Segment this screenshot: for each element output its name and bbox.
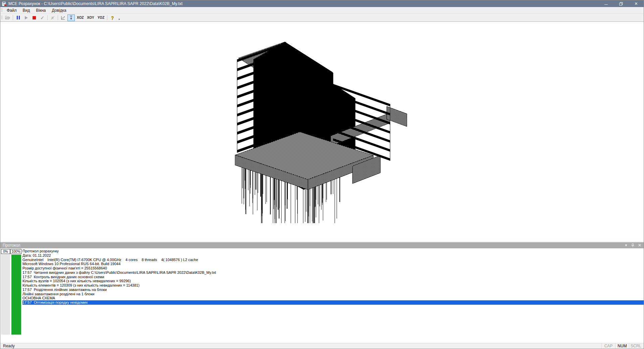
protocol-panel-title: Протокол: [3, 243, 621, 248]
log-line[interactable]: GenuineIntel Intel(R) Core(TM) i7-6700K …: [22, 258, 644, 262]
help-button[interactable]: ?: [109, 14, 116, 21]
model-viewport[interactable]: [0, 22, 644, 241]
log-line[interactable]: Дата: 01.11.2022: [22, 253, 644, 258]
statuskey-num: NUM: [615, 343, 629, 349]
protocol-body: 0% 100% Протокол розрахункуДата: 01.11.2…: [0, 248, 644, 343]
close-icon: ✕: [638, 243, 641, 248]
remove-results-button[interactable]: R: [49, 14, 56, 21]
separator: [107, 15, 107, 20]
panel-menu-button[interactable]: ▼: [625, 244, 628, 247]
protocol-panel: Протокол ▼ ✕ 0% 100%: [0, 241, 644, 343]
log-line[interactable]: ОСНОВНА СХЕМА: [22, 296, 644, 300]
panel-pin-button[interactable]: [631, 244, 634, 247]
play-button[interactable]: [22, 14, 30, 21]
status-message: Ready: [0, 344, 601, 348]
pause-icon: [17, 16, 20, 19]
log-line[interactable]: 17:57 Оптимізація порядку невідомих: [22, 300, 644, 305]
log-line[interactable]: Протокол розрахунку: [22, 249, 644, 253]
statusbar: Ready CAPNUMSCRL: [0, 343, 644, 349]
statuskey-scrl: SCRL: [629, 343, 643, 349]
play-icon: [25, 16, 28, 19]
pause-button[interactable]: [14, 14, 22, 21]
separator: [58, 15, 58, 20]
stop-icon: [33, 16, 36, 19]
log: Протокол розрахункуДата: 01.11.2022Genui…: [22, 248, 644, 343]
log-line[interactable]: 17:57 Контроль вихідних даних основної с…: [22, 275, 644, 279]
toolbar-grip[interactable]: [1, 16, 2, 20]
progress-column: 0% 100%: [0, 248, 22, 343]
menubar: ФайлВидВікнаДовідка: [0, 7, 644, 14]
progress-label-100: 100%: [10, 249, 21, 254]
menu-item-help[interactable]: Довідка: [49, 7, 69, 13]
window-title: MCE Розрахунок - C:\Users\Public\Documen…: [8, 1, 598, 6]
chevron-down-icon: ▼: [625, 244, 628, 247]
help-icon: ?: [111, 15, 114, 20]
isometric-view-icon: [69, 15, 73, 20]
titlebar: MCE Розрахунок - C:\Users\Public\Documen…: [0, 0, 644, 7]
projection-xoz-button[interactable]: XOZ: [75, 14, 85, 21]
accept-button[interactable]: ✓: [39, 14, 46, 21]
log-line[interactable]: 17:57 Читання вихідних даних з файлу C:\…: [22, 270, 644, 275]
log-line[interactable]: Кількість елементів = 120309 (з них кіль…: [22, 283, 644, 288]
log-line[interactable]: Microsoft Windows 10 Professional RUS 64…: [22, 262, 644, 266]
log-line[interactable]: Лінійні завантаження розділені на 1 блок…: [22, 292, 644, 296]
statuskey-cap: CAP: [601, 343, 615, 349]
menu-item-view[interactable]: Вид: [20, 7, 33, 13]
progress-bar-current: [1, 255, 10, 335]
plot-icon: [61, 15, 65, 20]
remove-results-icon: R: [50, 15, 55, 20]
separator: [13, 15, 13, 20]
pin-icon: [631, 244, 634, 247]
log-line[interactable]: 17:57 Розділення лінійних завантажень на…: [22, 288, 644, 292]
projection-yoz-button[interactable]: YOZ: [96, 14, 106, 21]
menubar-grip[interactable]: [1, 8, 2, 12]
restore-icon: [619, 2, 623, 6]
open-file-button[interactable]: [4, 14, 11, 21]
open-folder-icon: [5, 15, 10, 20]
restore-button[interactable]: [613, 0, 629, 7]
check-icon: ✓: [40, 15, 44, 20]
log-line[interactable]: Розмір доступної фізичної пам'яті = 2551…: [22, 266, 644, 270]
close-button[interactable]: ✕: [629, 0, 644, 7]
stop-button[interactable]: [31, 14, 38, 21]
menu-item-windows[interactable]: Вікна: [33, 7, 49, 13]
protocol-panel-header: Протокол ▼ ✕: [0, 242, 644, 248]
separator: [47, 15, 48, 20]
panel-close-button[interactable]: ✕: [638, 243, 641, 248]
menu-item-file[interactable]: Файл: [4, 7, 20, 13]
toolbar: ✓ R XOZXOYYOZ ? ▾: [0, 14, 644, 22]
minimize-button[interactable]: [598, 0, 613, 7]
minimize-icon: [604, 4, 608, 5]
structural-model-wireframe: [0, 22, 644, 241]
projection-xoy-button[interactable]: XOY: [86, 14, 96, 21]
plot-button[interactable]: [59, 14, 67, 21]
log-line[interactable]: Кількість вузлів = 102054 (з них кількіс…: [22, 279, 644, 283]
progress-bar-total: [11, 255, 21, 335]
toolbar-overflow-button[interactable]: ▾: [117, 14, 121, 21]
keyboard-state-indicators: CAPNUMSCRL: [601, 343, 643, 349]
app-window: MCE Розрахунок - C:\Users\Public\Documen…: [0, 0, 644, 349]
isometric-view-button[interactable]: [67, 14, 75, 21]
app-icon: [2, 1, 7, 6]
window-controls: ✕: [598, 0, 644, 7]
progress-label-0: 0%: [1, 249, 10, 254]
